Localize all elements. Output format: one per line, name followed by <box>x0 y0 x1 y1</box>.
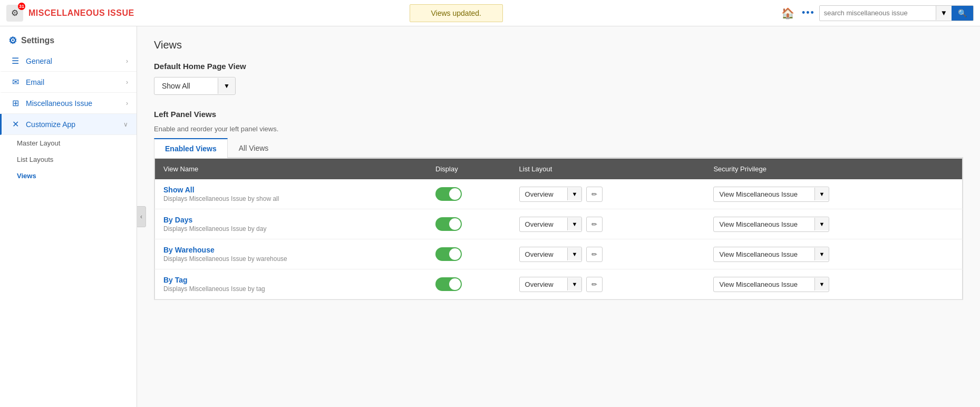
layout-select-dropdown-1[interactable]: ▼ <box>567 218 582 230</box>
table-header-row: View Name Display List Layout Security P… <box>155 159 963 180</box>
layout-select-dropdown-2[interactable]: ▼ <box>567 248 582 260</box>
content-area: ‹ Views Default Home Page View Show All … <box>137 26 980 407</box>
app-logo-icon: ⚙ <box>11 8 18 18</box>
sidebar-sub-item-views[interactable]: Views <box>0 168 137 184</box>
view-name-0: Show All <box>163 186 419 194</box>
security-select-dropdown-0[interactable]: ▼ <box>814 188 829 200</box>
view-name-3: By Tag <box>163 276 419 284</box>
view-desc-1: Displays Miscellaneous Issue by day <box>163 225 419 232</box>
default-home-value: Show All <box>154 77 218 94</box>
more-button[interactable]: ••• <box>802 7 815 18</box>
display-toggle-2[interactable] <box>435 247 462 261</box>
gear-icon: ⚙ <box>8 35 17 46</box>
sidebar-item-email[interactable]: ✉ Email › <box>0 72 137 93</box>
grid-icon: ⊞ <box>10 98 21 108</box>
cell-security-1: View Miscellaneous Issue ▼ <box>705 209 962 239</box>
sidebar-sub-item-master-layout[interactable]: Master Layout <box>0 135 137 151</box>
cell-list-layout-3: Overview ▼ ✏ <box>511 269 705 299</box>
customize-icon: ✕ <box>10 119 21 129</box>
sidebar-item-label: Email <box>26 78 121 86</box>
left-panel-section: Left Panel Views Enable and reorder your… <box>154 110 963 133</box>
nav-right: 🏠 ••• ▼ 🔍 <box>778 4 974 23</box>
sidebar-sub-item-list-layouts[interactable]: List Layouts <box>0 151 137 168</box>
layout-select-value-2: Overview <box>520 247 567 261</box>
layout-select-2: Overview ▼ <box>519 247 583 262</box>
left-panel-label: Left Panel Views <box>154 110 963 119</box>
col-security: Security Privilege <box>705 159 962 180</box>
table-row: By Tag Displays Miscellaneous Issue by t… <box>155 269 963 299</box>
layout-edit-button-3[interactable]: ✏ <box>586 277 603 292</box>
chevron-right-icon: › <box>126 79 128 86</box>
col-view-name: View Name <box>155 159 428 180</box>
left-panel-desc: Enable and reorder your left panel views… <box>154 125 963 133</box>
app-icon: 31 ⚙ <box>6 5 23 22</box>
home-button[interactable]: 🏠 <box>778 4 798 23</box>
table-row: By Days Displays Miscellaneous Issue by … <box>155 209 963 239</box>
view-desc-3: Displays Miscellaneous Issue by tag <box>163 285 419 293</box>
view-name-1: By Days <box>163 216 419 224</box>
display-toggle-3[interactable] <box>435 277 462 291</box>
view-desc-0: Displays Miscellaneous Issue by show all <box>163 195 419 202</box>
views-tabs: Enabled Views All Views <box>154 138 963 158</box>
chevron-right-icon: › <box>126 57 128 65</box>
sidebar-item-miscellaneous-issue[interactable]: ⊞ Miscellaneous Issue › <box>0 93 137 114</box>
chevron-down-icon: ∨ <box>123 121 128 128</box>
layout-select-value-3: Overview <box>520 277 567 292</box>
security-select-value-3: View Miscellaneous Issue <box>714 277 814 292</box>
sidebar-item-customize-app[interactable]: ✕ Customize App ∨ <box>0 114 137 135</box>
search-go-button[interactable]: 🔍 <box>952 6 973 21</box>
display-toggle-0[interactable] <box>435 187 462 201</box>
nav-center: Views updated. <box>140 4 773 22</box>
cell-list-layout-2: Overview ▼ ✏ <box>511 239 705 269</box>
security-select-dropdown-1[interactable]: ▼ <box>814 218 829 230</box>
display-toggle-1[interactable] <box>435 217 462 231</box>
cell-display-0 <box>427 179 510 209</box>
cell-security-0: View Miscellaneous Issue ▼ <box>705 179 962 209</box>
security-select-dropdown-2[interactable]: ▼ <box>814 248 829 260</box>
layout-edit-button-2[interactable]: ✏ <box>586 247 603 262</box>
sidebar-item-general[interactable]: ☰ General › <box>0 51 137 72</box>
view-name-2: By Warehouse <box>163 246 419 254</box>
main-layout: ⚙ Settings ☰ General › ✉ Email › ⊞ Misce… <box>0 26 980 407</box>
views-updated-banner: Views updated. <box>410 4 503 22</box>
security-select-value-1: View Miscellaneous Issue <box>714 217 814 231</box>
col-display: Display <box>427 159 510 180</box>
toggle-track-0 <box>435 187 462 201</box>
search-input[interactable] <box>820 6 936 20</box>
security-select-value-2: View Miscellaneous Issue <box>714 247 814 261</box>
layout-edit-button-1[interactable]: ✏ <box>586 217 603 232</box>
cell-list-layout-0: Overview ▼ ✏ <box>511 179 705 209</box>
layout-select-dropdown-0[interactable]: ▼ <box>567 188 582 200</box>
table-row: By Warehouse Displays Miscellaneous Issu… <box>155 239 963 269</box>
cell-display-3 <box>427 269 510 299</box>
view-desc-2: Displays Miscellaneous Issue by warehous… <box>163 255 419 263</box>
list-icon: ☰ <box>10 56 21 66</box>
layout-select-dropdown-3[interactable]: ▼ <box>567 278 582 290</box>
sidebar-header: ⚙ Settings <box>0 26 137 51</box>
cell-display-1 <box>427 209 510 239</box>
tab-all-views[interactable]: All Views <box>228 138 280 158</box>
search-dropdown-button[interactable]: ▼ <box>936 6 952 20</box>
security-select-dropdown-3[interactable]: ▼ <box>814 278 829 290</box>
sidebar-item-label: Miscellaneous Issue <box>26 99 121 108</box>
sidebar-item-label: Customize App <box>26 120 118 129</box>
security-select-1: View Miscellaneous Issue ▼ <box>713 217 829 232</box>
cell-view-name-3: By Tag Displays Miscellaneous Issue by t… <box>155 269 428 299</box>
tab-enabled-views[interactable]: Enabled Views <box>154 138 228 158</box>
cell-security-2: View Miscellaneous Issue ▼ <box>705 239 962 269</box>
chevron-right-icon: › <box>126 100 128 107</box>
sidebar-collapse-button[interactable]: ‹ <box>137 206 146 227</box>
layout-select-value-1: Overview <box>520 217 567 231</box>
layout-edit-button-0[interactable]: ✏ <box>586 187 603 202</box>
layout-select-0: Overview ▼ <box>519 187 583 202</box>
default-home-dropdown-button[interactable]: ▼ <box>218 78 235 94</box>
email-icon: ✉ <box>10 77 21 87</box>
app-title: MISCELLANEOUS ISSUE <box>28 8 134 18</box>
cell-security-3: View Miscellaneous Issue ▼ <box>705 269 962 299</box>
top-nav: 31 ⚙ MISCELLANEOUS ISSUE Views updated. … <box>0 0 980 26</box>
page-title: Views <box>154 39 963 51</box>
sidebar-item-label: General <box>26 57 121 65</box>
layout-select-3: Overview ▼ <box>519 277 583 292</box>
cell-view-name-0: Show All Displays Miscellaneous Issue by… <box>155 179 428 209</box>
default-home-label: Default Home Page View <box>154 62 963 71</box>
